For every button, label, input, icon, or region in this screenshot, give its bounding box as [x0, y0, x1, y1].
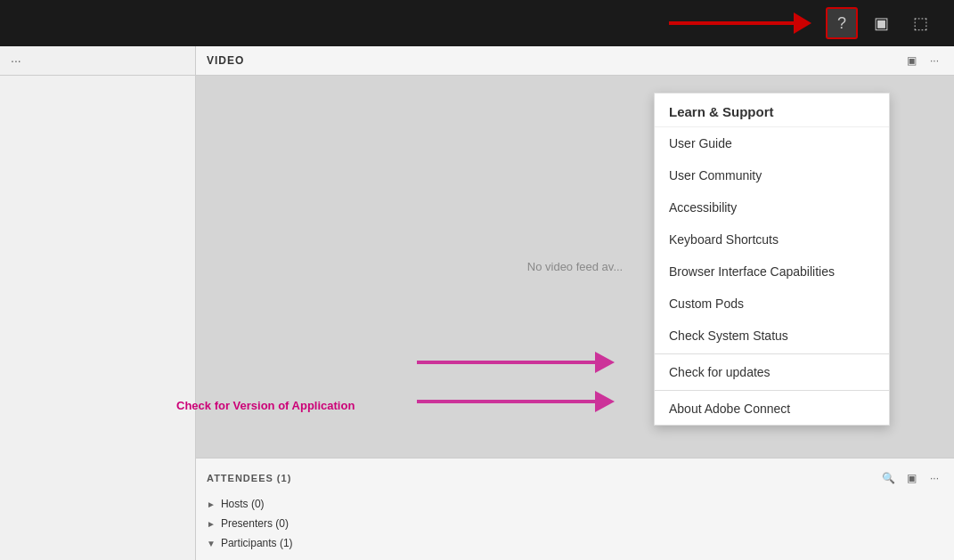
user-guide-item[interactable]: User Guide — [655, 127, 889, 159]
exit-icon: ⬚ — [913, 13, 928, 33]
presenters-chevron-icon: ► — [207, 519, 216, 529]
video-menu-icon[interactable]: ··· — [925, 52, 943, 69]
attendees-icons: 🔍 ▣ ··· — [879, 469, 943, 487]
attendees-search-icon[interactable]: 🔍 — [879, 469, 897, 487]
screen-icon: ▣ — [874, 13, 889, 33]
red-arrow-annotation — [669, 12, 811, 34]
participants-chevron-icon: ▼ — [207, 539, 216, 548]
browser-interface-item[interactable]: Browser Interface Capabilities — [655, 256, 889, 288]
top-bar-icons: ? ▣ ⬚ — [826, 7, 936, 39]
keyboard-shortcuts-item[interactable]: Keyboard Shortcuts — [655, 223, 889, 256]
user-community-item[interactable]: User Community — [655, 159, 889, 191]
about-adobe-connect-item[interactable]: About Adobe Connect — [655, 393, 889, 425]
left-sidebar: ··· — [0, 46, 196, 560]
sidebar-header: ··· — [0, 46, 195, 76]
pink-arrowhead-2 — [595, 391, 615, 412]
attendees-title: ATTENDEES (1) — [207, 473, 291, 483]
check-system-status-item[interactable]: Check System Status — [655, 320, 889, 352]
presenters-label: Presenters (0) — [221, 517, 289, 530]
attendees-expand-icon[interactable]: ▣ — [902, 469, 920, 487]
video-expand-icon[interactable]: ▣ — [902, 52, 920, 69]
top-bar: ? ▣ ⬚ — [0, 0, 954, 46]
pink-arrowhead-1 — [595, 352, 615, 373]
exit-button[interactable]: ⬚ — [904, 7, 936, 39]
dropdown-section-title: Learn & Support — [655, 93, 889, 127]
video-header: VIDEO ▣ ··· — [196, 46, 954, 76]
no-video-text: No video feed av... — [527, 260, 623, 273]
hosts-label: Hosts (0) — [221, 498, 265, 510]
participants-group[interactable]: ▼ Participants (1) — [196, 533, 954, 553]
attendees-header: ATTENDEES (1) 🔍 ▣ ··· — [196, 466, 954, 494]
attendees-list: ► Hosts (0) ► Presenters (0) ▼ Participa… — [196, 494, 954, 553]
screen-share-button[interactable]: ▣ — [865, 7, 897, 39]
pink-line-2 — [417, 400, 595, 403]
help-button[interactable]: ? — [826, 7, 858, 39]
check-for-updates-item[interactable]: Check for updates — [655, 356, 889, 388]
presenters-group[interactable]: ► Presenters (0) — [196, 514, 954, 533]
hosts-chevron-icon: ► — [207, 499, 216, 509]
custom-pods-item[interactable]: Custom Pods — [655, 288, 889, 320]
divider-after-updates — [655, 390, 889, 391]
divider-before-updates — [655, 353, 889, 354]
video-header-icons: ▣ ··· — [902, 52, 943, 69]
sidebar-menu-dots[interactable]: ··· — [11, 53, 21, 68]
pink-arrow-about — [417, 391, 615, 412]
check-version-annotation: Check for Version of Application — [176, 399, 355, 412]
help-dropdown-menu: Learn & Support User Guide User Communit… — [654, 93, 890, 426]
participants-label: Participants (1) — [221, 537, 293, 549]
main-content: ··· VIDEO ▣ ··· No video feed av... ATTE… — [0, 46, 954, 560]
attendees-menu-icon[interactable]: ··· — [925, 469, 943, 487]
red-arrow-line — [669, 21, 794, 25]
accessibility-item[interactable]: Accessibility — [655, 191, 889, 223]
red-arrow-head — [794, 12, 811, 34]
pink-line-1 — [417, 361, 595, 364]
pink-arrow-updates — [417, 352, 615, 373]
question-mark-icon: ? — [837, 14, 846, 33]
hosts-group[interactable]: ► Hosts (0) — [196, 494, 954, 514]
video-title: VIDEO — [207, 54, 244, 67]
attendees-panel: ATTENDEES (1) 🔍 ▣ ··· ► Hosts (0) ► Pres… — [196, 458, 954, 560]
